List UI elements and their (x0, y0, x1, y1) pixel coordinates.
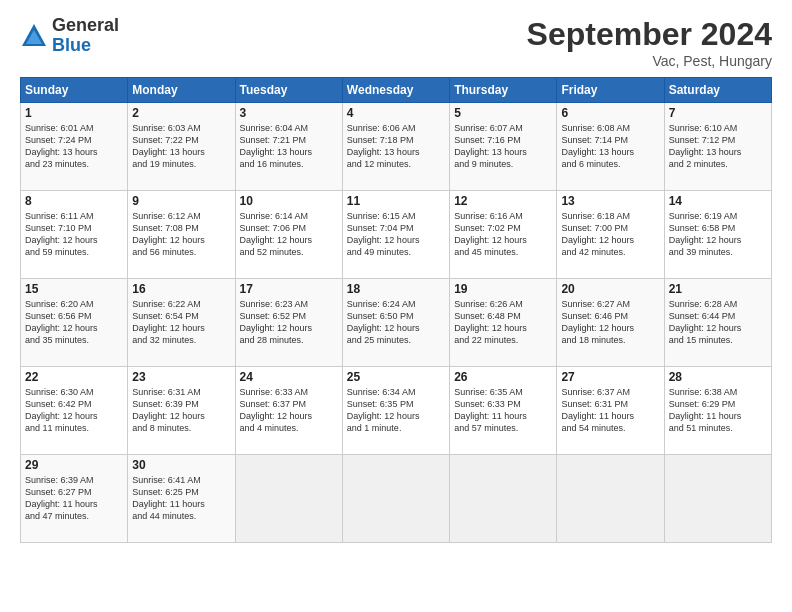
day-number: 29 (25, 458, 123, 472)
table-row: 14Sunrise: 6:19 AM Sunset: 6:58 PM Dayli… (664, 191, 771, 279)
day-number: 1 (25, 106, 123, 120)
day-info: Sunrise: 6:06 AM Sunset: 7:18 PM Dayligh… (347, 122, 445, 171)
table-row: 19Sunrise: 6:26 AM Sunset: 6:48 PM Dayli… (450, 279, 557, 367)
col-saturday: Saturday (664, 78, 771, 103)
week-row: 8Sunrise: 6:11 AM Sunset: 7:10 PM Daylig… (21, 191, 772, 279)
day-number: 20 (561, 282, 659, 296)
day-info: Sunrise: 6:39 AM Sunset: 6:27 PM Dayligh… (25, 474, 123, 523)
day-info: Sunrise: 6:26 AM Sunset: 6:48 PM Dayligh… (454, 298, 552, 347)
day-number: 15 (25, 282, 123, 296)
day-number: 22 (25, 370, 123, 384)
logo: General Blue (20, 16, 119, 56)
title-block: September 2024 Vac, Pest, Hungary (527, 16, 772, 69)
day-info: Sunrise: 6:14 AM Sunset: 7:06 PM Dayligh… (240, 210, 338, 259)
table-row: 1Sunrise: 6:01 AM Sunset: 7:24 PM Daylig… (21, 103, 128, 191)
calendar-table: Sunday Monday Tuesday Wednesday Thursday… (20, 77, 772, 543)
table-row: 23Sunrise: 6:31 AM Sunset: 6:39 PM Dayli… (128, 367, 235, 455)
day-number: 12 (454, 194, 552, 208)
day-number: 27 (561, 370, 659, 384)
day-number: 18 (347, 282, 445, 296)
table-row: 8Sunrise: 6:11 AM Sunset: 7:10 PM Daylig… (21, 191, 128, 279)
table-row: 7Sunrise: 6:10 AM Sunset: 7:12 PM Daylig… (664, 103, 771, 191)
day-number: 30 (132, 458, 230, 472)
day-info: Sunrise: 6:12 AM Sunset: 7:08 PM Dayligh… (132, 210, 230, 259)
col-wednesday: Wednesday (342, 78, 449, 103)
table-row: 25Sunrise: 6:34 AM Sunset: 6:35 PM Dayli… (342, 367, 449, 455)
table-row (342, 455, 449, 543)
logo-general: General (52, 16, 119, 36)
day-number: 11 (347, 194, 445, 208)
table-row (664, 455, 771, 543)
day-number: 23 (132, 370, 230, 384)
day-info: Sunrise: 6:38 AM Sunset: 6:29 PM Dayligh… (669, 386, 767, 435)
day-info: Sunrise: 6:07 AM Sunset: 7:16 PM Dayligh… (454, 122, 552, 171)
logo-icon (20, 22, 48, 50)
week-row: 22Sunrise: 6:30 AM Sunset: 6:42 PM Dayli… (21, 367, 772, 455)
day-info: Sunrise: 6:37 AM Sunset: 6:31 PM Dayligh… (561, 386, 659, 435)
week-row: 29Sunrise: 6:39 AM Sunset: 6:27 PM Dayli… (21, 455, 772, 543)
table-row: 20Sunrise: 6:27 AM Sunset: 6:46 PM Dayli… (557, 279, 664, 367)
table-row: 22Sunrise: 6:30 AM Sunset: 6:42 PM Dayli… (21, 367, 128, 455)
day-info: Sunrise: 6:41 AM Sunset: 6:25 PM Dayligh… (132, 474, 230, 523)
calendar-page: General Blue September 2024 Vac, Pest, H… (0, 0, 792, 612)
location-subtitle: Vac, Pest, Hungary (527, 53, 772, 69)
day-info: Sunrise: 6:19 AM Sunset: 6:58 PM Dayligh… (669, 210, 767, 259)
day-number: 14 (669, 194, 767, 208)
day-number: 17 (240, 282, 338, 296)
logo-blue: Blue (52, 36, 119, 56)
day-info: Sunrise: 6:10 AM Sunset: 7:12 PM Dayligh… (669, 122, 767, 171)
day-info: Sunrise: 6:16 AM Sunset: 7:02 PM Dayligh… (454, 210, 552, 259)
month-title: September 2024 (527, 16, 772, 53)
table-row: 12Sunrise: 6:16 AM Sunset: 7:02 PM Dayli… (450, 191, 557, 279)
day-info: Sunrise: 6:33 AM Sunset: 6:37 PM Dayligh… (240, 386, 338, 435)
col-monday: Monday (128, 78, 235, 103)
day-info: Sunrise: 6:31 AM Sunset: 6:39 PM Dayligh… (132, 386, 230, 435)
week-row: 1Sunrise: 6:01 AM Sunset: 7:24 PM Daylig… (21, 103, 772, 191)
table-row: 26Sunrise: 6:35 AM Sunset: 6:33 PM Dayli… (450, 367, 557, 455)
day-info: Sunrise: 6:35 AM Sunset: 6:33 PM Dayligh… (454, 386, 552, 435)
table-row: 21Sunrise: 6:28 AM Sunset: 6:44 PM Dayli… (664, 279, 771, 367)
table-row: 27Sunrise: 6:37 AM Sunset: 6:31 PM Dayli… (557, 367, 664, 455)
day-info: Sunrise: 6:20 AM Sunset: 6:56 PM Dayligh… (25, 298, 123, 347)
table-row: 9Sunrise: 6:12 AM Sunset: 7:08 PM Daylig… (128, 191, 235, 279)
day-info: Sunrise: 6:23 AM Sunset: 6:52 PM Dayligh… (240, 298, 338, 347)
table-row: 18Sunrise: 6:24 AM Sunset: 6:50 PM Dayli… (342, 279, 449, 367)
table-row: 13Sunrise: 6:18 AM Sunset: 7:00 PM Dayli… (557, 191, 664, 279)
day-number: 2 (132, 106, 230, 120)
header-row: Sunday Monday Tuesday Wednesday Thursday… (21, 78, 772, 103)
week-row: 15Sunrise: 6:20 AM Sunset: 6:56 PM Dayli… (21, 279, 772, 367)
day-info: Sunrise: 6:01 AM Sunset: 7:24 PM Dayligh… (25, 122, 123, 171)
day-info: Sunrise: 6:24 AM Sunset: 6:50 PM Dayligh… (347, 298, 445, 347)
col-thursday: Thursday (450, 78, 557, 103)
table-row: 5Sunrise: 6:07 AM Sunset: 7:16 PM Daylig… (450, 103, 557, 191)
table-row: 15Sunrise: 6:20 AM Sunset: 6:56 PM Dayli… (21, 279, 128, 367)
table-row: 3Sunrise: 6:04 AM Sunset: 7:21 PM Daylig… (235, 103, 342, 191)
day-number: 24 (240, 370, 338, 384)
table-row: 11Sunrise: 6:15 AM Sunset: 7:04 PM Dayli… (342, 191, 449, 279)
day-number: 6 (561, 106, 659, 120)
day-info: Sunrise: 6:28 AM Sunset: 6:44 PM Dayligh… (669, 298, 767, 347)
day-number: 25 (347, 370, 445, 384)
table-row: 17Sunrise: 6:23 AM Sunset: 6:52 PM Dayli… (235, 279, 342, 367)
day-info: Sunrise: 6:08 AM Sunset: 7:14 PM Dayligh… (561, 122, 659, 171)
day-number: 8 (25, 194, 123, 208)
day-number: 3 (240, 106, 338, 120)
day-number: 21 (669, 282, 767, 296)
day-number: 9 (132, 194, 230, 208)
day-info: Sunrise: 6:30 AM Sunset: 6:42 PM Dayligh… (25, 386, 123, 435)
col-tuesday: Tuesday (235, 78, 342, 103)
col-friday: Friday (557, 78, 664, 103)
day-info: Sunrise: 6:11 AM Sunset: 7:10 PM Dayligh… (25, 210, 123, 259)
day-number: 19 (454, 282, 552, 296)
table-row: 28Sunrise: 6:38 AM Sunset: 6:29 PM Dayli… (664, 367, 771, 455)
day-number: 26 (454, 370, 552, 384)
day-number: 28 (669, 370, 767, 384)
day-number: 4 (347, 106, 445, 120)
day-number: 10 (240, 194, 338, 208)
header: General Blue September 2024 Vac, Pest, H… (20, 16, 772, 69)
table-row (450, 455, 557, 543)
day-number: 13 (561, 194, 659, 208)
day-info: Sunrise: 6:04 AM Sunset: 7:21 PM Dayligh… (240, 122, 338, 171)
table-row: 29Sunrise: 6:39 AM Sunset: 6:27 PM Dayli… (21, 455, 128, 543)
table-row: 4Sunrise: 6:06 AM Sunset: 7:18 PM Daylig… (342, 103, 449, 191)
